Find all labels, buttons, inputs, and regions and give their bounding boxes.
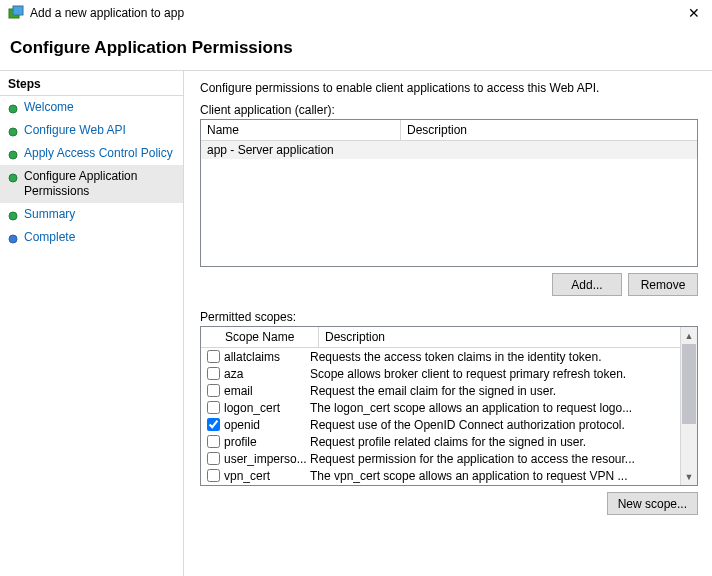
svg-rect-1	[13, 6, 23, 15]
step-label: Welcome	[24, 100, 74, 115]
step-bullet-icon	[8, 233, 18, 243]
scope-checkbox[interactable]	[207, 469, 220, 482]
step-label: Apply Access Control Policy	[24, 146, 173, 161]
scope-name: vpn_cert	[224, 469, 308, 483]
steps-heading: Steps	[0, 75, 183, 96]
column-header-name[interactable]: Name	[201, 120, 401, 141]
column-header-checkbox	[201, 327, 219, 348]
scope-checkbox[interactable]	[207, 401, 220, 414]
client-app-desc	[401, 141, 697, 159]
scope-description: The vpn_cert scope allows an application…	[308, 469, 676, 483]
scope-row[interactable]: azaScope allows broker client to request…	[201, 365, 680, 382]
scope-name: aza	[224, 367, 308, 381]
scope-name: openid	[224, 418, 308, 432]
step-item[interactable]: Complete	[0, 226, 183, 249]
add-button[interactable]: Add...	[552, 273, 622, 296]
step-item[interactable]: Configure Application Permissions	[0, 165, 183, 203]
scope-name: allatclaims	[224, 350, 308, 364]
step-label: Configure Web API	[24, 123, 126, 138]
scope-checkbox[interactable]	[207, 418, 220, 431]
scope-checkbox[interactable]	[207, 350, 220, 363]
scope-row[interactable]: emailRequest the email claim for the sig…	[201, 382, 680, 399]
step-item[interactable]: Welcome	[0, 96, 183, 119]
svg-point-2	[9, 105, 17, 113]
scope-description: The logon_cert scope allows an applicati…	[308, 401, 676, 415]
step-item[interactable]: Summary	[0, 203, 183, 226]
client-app-list[interactable]: Name Description app - Server applicatio…	[200, 119, 698, 267]
scroll-up-icon[interactable]: ▲	[681, 327, 697, 344]
app-icon	[8, 5, 24, 21]
scope-row[interactable]: logon_certThe logon_cert scope allows an…	[201, 399, 680, 416]
scope-description: Requests the access token claims in the …	[308, 350, 676, 364]
step-bullet-icon	[8, 103, 18, 113]
page-title: Configure Application Permissions	[0, 24, 712, 71]
svg-point-7	[9, 235, 17, 243]
remove-button[interactable]: Remove	[628, 273, 698, 296]
window-title: Add a new application to app	[30, 6, 684, 20]
scope-row[interactable]: profileRequest profile related claims fo…	[201, 433, 680, 450]
scope-description: Request the email claim for the signed i…	[308, 384, 676, 398]
scope-description: Scope allows broker client to request pr…	[308, 367, 676, 381]
step-bullet-icon	[8, 210, 18, 220]
svg-point-5	[9, 174, 17, 182]
scope-row[interactable]: vpn_certThe vpn_cert scope allows an app…	[201, 467, 680, 484]
step-label: Complete	[24, 230, 75, 245]
svg-point-6	[9, 212, 17, 220]
column-header-scope-name[interactable]: Scope Name	[219, 327, 319, 348]
scope-name: profile	[224, 435, 308, 449]
step-label: Summary	[24, 207, 75, 222]
client-app-row[interactable]: app - Server application	[201, 141, 697, 159]
step-item[interactable]: Configure Web API	[0, 119, 183, 142]
scopes-list-header: Scope Name Description	[201, 327, 680, 348]
client-app-list-header: Name Description	[201, 120, 697, 141]
steps-sidebar: Steps WelcomeConfigure Web APIApply Acce…	[0, 71, 183, 576]
step-item[interactable]: Apply Access Control Policy	[0, 142, 183, 165]
scope-row[interactable]: openidRequest use of the OpenID Connect …	[201, 416, 680, 433]
scope-checkbox[interactable]	[207, 452, 220, 465]
caller-label: Client application (caller):	[200, 103, 698, 117]
close-icon[interactable]: ✕	[684, 6, 704, 20]
scope-name: user_imperso...	[224, 452, 308, 466]
new-scope-button[interactable]: New scope...	[607, 492, 698, 515]
scope-row[interactable]: allatclaimsRequests the access token cla…	[201, 348, 680, 365]
scopes-list[interactable]: Scope Name Description allatclaimsReques…	[200, 326, 698, 486]
scope-checkbox[interactable]	[207, 367, 220, 380]
step-bullet-icon	[8, 149, 18, 159]
client-app-name: app - Server application	[201, 141, 401, 159]
scroll-down-icon[interactable]: ▼	[681, 468, 697, 485]
scroll-thumb[interactable]	[682, 344, 696, 424]
scopes-scrollbar[interactable]: ▲ ▼	[680, 327, 697, 485]
scope-description: Request permission for the application t…	[308, 452, 676, 466]
scope-description: Request profile related claims for the s…	[308, 435, 676, 449]
scope-checkbox[interactable]	[207, 384, 220, 397]
title-bar: Add a new application to app ✕	[0, 0, 712, 24]
scope-row[interactable]: user_imperso...Request permission for th…	[201, 450, 680, 467]
svg-point-3	[9, 128, 17, 136]
scope-name: logon_cert	[224, 401, 308, 415]
scopes-label: Permitted scopes:	[200, 310, 698, 324]
main-pane: Configure permissions to enable client a…	[183, 71, 712, 576]
scope-checkbox[interactable]	[207, 435, 220, 448]
column-header-description[interactable]: Description	[401, 120, 697, 141]
scope-name: email	[224, 384, 308, 398]
step-label: Configure Application Permissions	[24, 169, 179, 199]
step-bullet-icon	[8, 126, 18, 136]
svg-point-4	[9, 151, 17, 159]
step-bullet-icon	[8, 172, 18, 182]
instruction-text: Configure permissions to enable client a…	[200, 81, 698, 95]
scope-description: Request use of the OpenID Connect author…	[308, 418, 676, 432]
column-header-scope-description[interactable]: Description	[319, 327, 680, 348]
